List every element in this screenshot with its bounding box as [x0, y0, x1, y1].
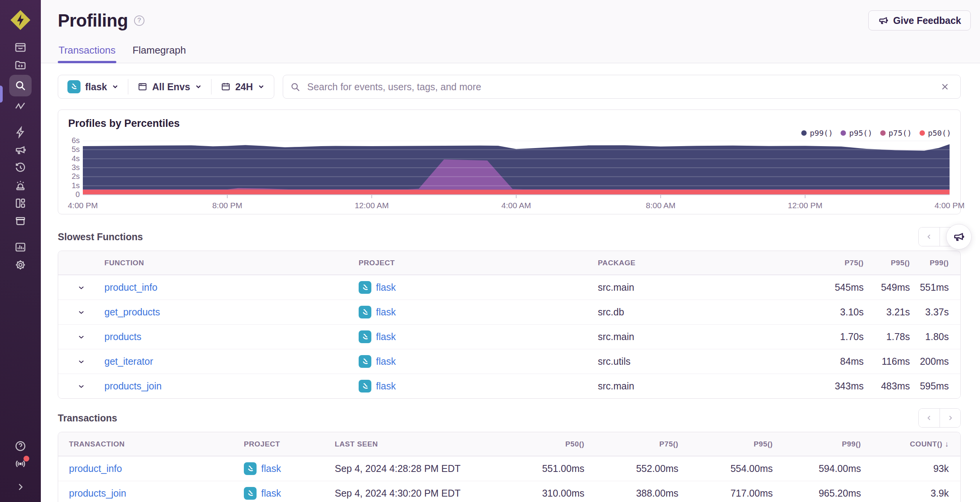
- cell-function: get_products: [104, 307, 359, 318]
- table-row: product_infoflasksrc.main545ms549ms551ms: [58, 275, 960, 300]
- cell-p75: 3.10s: [806, 307, 864, 318]
- help-question-icon[interactable]: ?: [134, 15, 144, 26]
- cell-expander: [58, 308, 104, 317]
- cell-p95: 717.00ms: [678, 488, 773, 499]
- expand-row-chevron[interactable]: [77, 333, 86, 341]
- sidebar-bottom: [0, 437, 41, 496]
- expand-row-chevron[interactable]: [77, 308, 86, 317]
- chart-legend: p99()p95()p75()p50(): [801, 128, 951, 138]
- project-link[interactable]: flask: [376, 331, 396, 342]
- cell-p99: 200ms: [910, 356, 955, 367]
- y-tick-label: 2s: [59, 172, 80, 181]
- area-chart[interactable]: [83, 141, 950, 199]
- cell-project: flask: [359, 330, 598, 343]
- project-link[interactable]: flask: [261, 488, 281, 499]
- releases-icon[interactable]: [9, 212, 32, 230]
- project-filter-button[interactable]: flask: [58, 75, 128, 98]
- whats-new-broadcast-icon[interactable]: [9, 455, 32, 473]
- sidebar: [0, 0, 41, 502]
- performance-icon[interactable]: [9, 97, 32, 115]
- chart-title: Profiles by Percentiles: [68, 118, 180, 130]
- project-link[interactable]: flask: [376, 282, 396, 293]
- function-link[interactable]: products_join: [104, 381, 162, 392]
- cell-count: 93k: [867, 463, 955, 474]
- give-feedback-button[interactable]: Give Feedback: [868, 10, 971, 30]
- prev-page-button[interactable]: [919, 227, 940, 246]
- project-link[interactable]: flask: [376, 381, 396, 392]
- transactions-pager: [918, 408, 961, 428]
- cell-expander: [58, 333, 104, 341]
- legend-item-p99[interactable]: p99(): [801, 128, 833, 138]
- function-link[interactable]: products: [104, 331, 141, 342]
- legend-item-p75[interactable]: p75(): [880, 128, 912, 138]
- transactions-table: TRANSACTIONPROJECTLAST SEENP50()P75()P95…: [58, 432, 961, 502]
- date-range-filter-label: 24H: [235, 81, 253, 93]
- cell-count: 3.9k: [867, 488, 955, 499]
- lightning-icon[interactable]: [9, 123, 32, 141]
- replays-history-icon[interactable]: [9, 159, 32, 177]
- cell-project: flask: [359, 355, 598, 368]
- legend-dot: [920, 130, 925, 136]
- function-link[interactable]: get_products: [104, 307, 160, 318]
- feedback-widget-button[interactable]: [946, 224, 972, 249]
- explore-search-icon[interactable]: [9, 75, 32, 96]
- profiling-page: Profiling ? Give Feedback Transactions F…: [0, 0, 980, 502]
- flask-project-icon: [359, 380, 371, 393]
- function-link[interactable]: get_iterator: [104, 356, 153, 367]
- cell-p75: 343ms: [806, 381, 864, 392]
- feedback-megaphone-icon[interactable]: [9, 141, 32, 159]
- cell-function: products_join: [104, 381, 359, 392]
- column-header-package: PACKAGE: [598, 259, 806, 267]
- clear-search-button[interactable]: [936, 78, 953, 95]
- issues-icon[interactable]: [9, 39, 32, 56]
- transaction-link[interactable]: product_info: [69, 463, 122, 474]
- section-title: Slowest Functions: [58, 231, 143, 243]
- legend-item-p50[interactable]: p50(): [920, 128, 951, 138]
- dashboards-icon[interactable]: [9, 194, 32, 212]
- prev-page-button[interactable]: [919, 409, 940, 427]
- function-link[interactable]: product_info: [104, 282, 158, 293]
- project-link[interactable]: flask: [261, 463, 281, 474]
- expand-row-chevron[interactable]: [77, 382, 86, 391]
- project-link[interactable]: flask: [376, 356, 396, 367]
- cell-p75: 552.00ms: [584, 463, 678, 474]
- cell-project: flask: [244, 487, 335, 500]
- tab-flamegraph[interactable]: Flamegraph: [132, 44, 187, 63]
- collapse-expand-icon[interactable]: [9, 478, 32, 496]
- column-header-function: FUNCTION: [104, 259, 359, 267]
- settings-gear-icon[interactable]: [9, 256, 32, 274]
- tab-transactions[interactable]: Transactions: [58, 44, 116, 63]
- slowest-functions-table: FUNCTIONPROJECTPACKAGEP75()P95()P99()pro…: [58, 251, 961, 399]
- next-page-button[interactable]: [940, 409, 960, 427]
- series-p50: [83, 190, 950, 195]
- legend-item-p95[interactable]: p95(): [841, 128, 872, 138]
- table-row: product_infoflaskSep 4, 2024 4:28:28 PM …: [58, 456, 960, 481]
- page-title: Profiling: [58, 10, 128, 31]
- environment-filter-button[interactable]: All Envs: [128, 75, 211, 98]
- flask-project-icon: [359, 330, 371, 343]
- date-range-filter-button[interactable]: 24H: [211, 75, 274, 98]
- projects-icon[interactable]: [9, 56, 32, 74]
- search-input[interactable]: [307, 81, 930, 93]
- help-icon[interactable]: [9, 437, 32, 455]
- table-row: productsflasksrc.main1.70s1.78s1.80s: [58, 324, 960, 349]
- flask-project-icon: [359, 355, 371, 368]
- column-header-p75: P75(): [806, 259, 864, 267]
- transaction-link[interactable]: products_join: [69, 488, 126, 499]
- legend-dot: [801, 130, 807, 136]
- cell-p99: 551ms: [910, 282, 955, 293]
- cell-p99: 595ms: [910, 381, 955, 392]
- x-tick-label: 4:00 AM: [501, 201, 531, 210]
- sentry-logo[interactable]: [10, 9, 31, 31]
- alerts-siren-icon[interactable]: [9, 177, 32, 194]
- column-header-count[interactable]: COUNT()↓: [867, 440, 955, 448]
- legend-label: p95(): [849, 128, 872, 138]
- column-header-project: PROJECT: [359, 259, 598, 267]
- project-link[interactable]: flask: [376, 307, 396, 318]
- expand-row-chevron[interactable]: [77, 283, 86, 292]
- cell-p75: 1.70s: [806, 331, 864, 342]
- column-header-p99: P99(): [910, 259, 955, 267]
- expand-row-chevron[interactable]: [77, 357, 86, 366]
- column-header-p99: P99(): [773, 440, 867, 448]
- stats-icon[interactable]: [9, 238, 32, 256]
